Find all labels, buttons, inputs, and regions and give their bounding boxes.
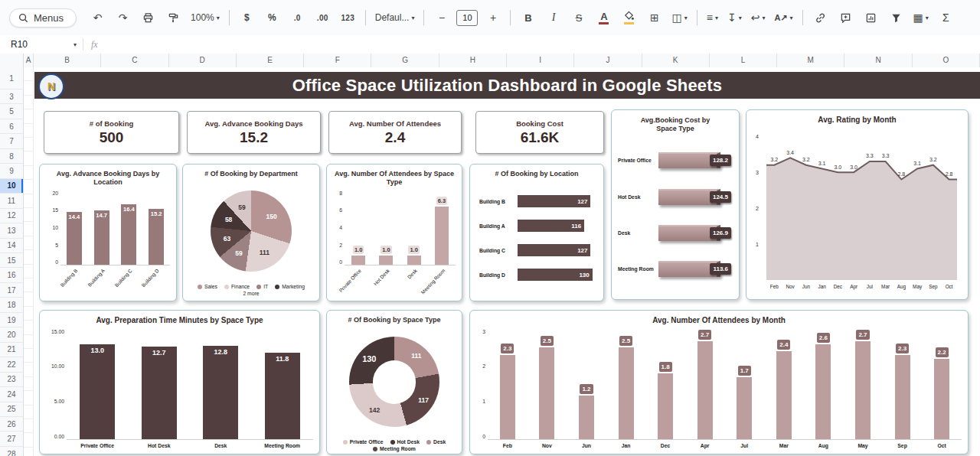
chart-booking-by-space-type[interactable]: # Of Booking by Space Type 111117142130P…	[326, 310, 462, 454]
vertical-align-button[interactable]: ↧▾	[724, 8, 746, 28]
row-header-11[interactable]: 11	[0, 194, 23, 208]
italic-button[interactable]: I	[541, 8, 565, 28]
font-size-input[interactable]: 10	[456, 10, 478, 26]
row-header-12[interactable]: 12	[0, 209, 23, 223]
select-all-corner[interactable]	[0, 54, 24, 67]
row-header-23[interactable]: 23	[0, 373, 23, 387]
increase-decimal-button[interactable]: .00	[311, 8, 335, 28]
format-currency-button[interactable]: $	[235, 8, 259, 28]
row-header-17[interactable]: 17	[0, 283, 23, 298]
formula-input[interactable]	[109, 35, 980, 54]
bar[interactable]	[379, 256, 393, 265]
bar[interactable]: 127	[518, 195, 590, 207]
increase-font-size-button[interactable]: +	[481, 8, 505, 28]
text-color-button[interactable]: A	[592, 8, 616, 28]
chart-attendees-by-month[interactable]: Avg. Number Of Attendees by Month 32102.…	[469, 310, 969, 454]
column-header-H[interactable]: H	[439, 54, 507, 67]
horizontal-align-button[interactable]: ≡▾	[703, 8, 722, 28]
bar[interactable]	[855, 341, 871, 440]
kpi-card-booking-cost[interactable]: Booking Cost 61.6K	[475, 111, 604, 154]
kpi-card-number-of-booking[interactable]: # of Booking 500	[44, 111, 179, 154]
row-header-24[interactable]: 24	[0, 387, 23, 402]
font-family-select[interactable]: Defaul...▾	[371, 8, 419, 28]
bar[interactable]	[737, 377, 752, 439]
chart-preparation-time-by-space-type[interactable]: Avg. Preparation Time Minutes by Space T…	[39, 310, 320, 454]
name-box[interactable]: R10 ▾	[0, 39, 83, 50]
row-header-16[interactable]: 16	[0, 268, 23, 282]
column-header-B[interactable]: B	[34, 54, 101, 67]
donut-chart[interactable]: 111117142130	[349, 337, 439, 427]
column-header-E[interactable]: E	[237, 54, 304, 67]
bar[interactable]	[351, 256, 365, 265]
bar[interactable]	[500, 355, 515, 439]
create-filter-button[interactable]	[884, 8, 908, 28]
row-header-8[interactable]: 8	[0, 149, 23, 164]
number-format-button[interactable]: 123	[336, 8, 360, 28]
insert-link-button[interactable]	[808, 8, 832, 28]
chart-advance-booking-days-by-location[interactable]: Avg. Advance Booking Days by Location 20…	[39, 164, 177, 301]
bar[interactable]	[815, 344, 831, 439]
bar[interactable]	[407, 256, 421, 265]
bar[interactable]: 127	[518, 244, 590, 256]
row-header-27[interactable]: 27	[0, 432, 23, 446]
insert-chart-button[interactable]	[859, 8, 883, 28]
row-header-19[interactable]: 19	[0, 313, 23, 327]
borders-button[interactable]: ⊞	[642, 8, 666, 28]
bar[interactable]	[579, 396, 594, 439]
bold-button[interactable]: B	[516, 8, 540, 28]
sheet-grid[interactable]: N Office Space Utilization Dashboard in …	[24, 67, 980, 456]
kpi-card-number-of-attendees[interactable]: Avg. Number Of Attendees 2.4	[328, 111, 462, 154]
column-header-F[interactable]: F	[304, 54, 371, 67]
row-header-13[interactable]: 13	[0, 223, 23, 238]
column-header-N[interactable]: N	[844, 54, 912, 67]
kpi-card-advance-booking-days[interactable]: Avg. Advance Booking Days 15.2	[187, 111, 321, 154]
bar[interactable]	[619, 347, 634, 439]
chart-booking-by-location[interactable]: # Of Booking by Location Building B127Bu…	[469, 164, 604, 301]
row-header-3[interactable]: 3	[0, 90, 23, 104]
strikethrough-button[interactable]: S	[567, 8, 590, 28]
bar[interactable]: 12.8	[203, 346, 238, 439]
column-header-L[interactable]: L	[710, 54, 777, 67]
bar[interactable]	[895, 355, 910, 439]
format-percent-button[interactable]: %	[260, 8, 284, 28]
row-header-28[interactable]: 28	[0, 447, 23, 456]
bar[interactable]	[934, 359, 949, 439]
row-header-25[interactable]: 25	[0, 402, 23, 417]
bar[interactable]: 16.4	[121, 204, 136, 265]
insert-comment-button[interactable]	[834, 8, 858, 28]
bar[interactable]	[776, 351, 792, 439]
row-header-7[interactable]: 7	[0, 134, 23, 148]
zoom-select[interactable]: 100%▾	[187, 8, 224, 28]
paint-format-button[interactable]	[162, 8, 185, 28]
bar[interactable]	[658, 373, 673, 439]
row-header-15[interactable]: 15	[0, 253, 23, 268]
row-header-5[interactable]: 5	[0, 104, 23, 119]
column-header-O[interactable]: O	[913, 54, 980, 67]
decrease-decimal-button[interactable]: .0	[286, 8, 309, 28]
row-header-20[interactable]: 20	[0, 327, 23, 342]
chart-attendees-by-space-type[interactable]: Avg. Number Of Attendees by Space Type 8…	[326, 164, 462, 301]
bar[interactable]: 15.2	[149, 209, 164, 265]
functions-button[interactable]: Σ	[934, 8, 958, 28]
row-header-26[interactable]: 26	[0, 417, 23, 432]
row-header-18[interactable]: 18	[0, 298, 23, 312]
chart-booking-by-department[interactable]: # Of Booking by Department 1501115963585…	[182, 164, 320, 301]
menus-button[interactable]: Menus	[9, 8, 77, 28]
bar[interactable]: 116	[518, 220, 584, 232]
chart-rating-by-month[interactable]: Avg. Rating by Month 12343.23.43.23.13.0…	[746, 109, 969, 300]
bar[interactable]: 11.8	[265, 353, 300, 439]
fill-color-button[interactable]	[617, 8, 641, 28]
bar[interactable]: 14.7	[94, 210, 109, 265]
bar[interactable]: 14.4	[67, 212, 82, 265]
row-header-9[interactable]: 9	[0, 164, 23, 178]
print-button[interactable]	[136, 8, 160, 28]
column-header-K[interactable]: K	[642, 54, 710, 67]
merge-cells-button[interactable]: ◫▾	[668, 8, 691, 28]
pie-chart[interactable]: 15011159635859	[211, 191, 292, 272]
row-header-6[interactable]: 6	[0, 119, 23, 134]
column-header-A[interactable]: A	[24, 54, 34, 67]
text-rotation-button[interactable]: A↗▾	[770, 8, 796, 28]
row-header-22[interactable]: 22	[0, 357, 23, 372]
row-header-21[interactable]: 21	[0, 343, 23, 357]
row-header-1[interactable]: 1	[0, 67, 23, 90]
